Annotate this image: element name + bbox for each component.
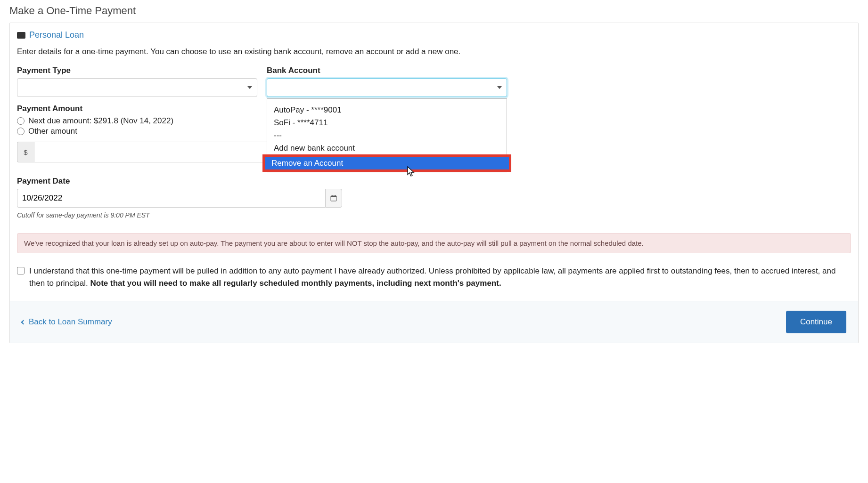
panel-header: Personal Loan: [17, 30, 851, 40]
continue-button[interactable]: Continue: [786, 311, 846, 333]
personal-loan-link[interactable]: Personal Loan: [29, 30, 84, 40]
consent-text: I understand that this one-time payment …: [29, 265, 851, 289]
chevron-left-icon: [21, 320, 26, 324]
bank-account-option[interactable]: SoFi - ****4711: [267, 116, 507, 129]
radio-other-input[interactable]: [17, 128, 25, 135]
back-link[interactable]: Back to Loan Summary: [22, 317, 112, 327]
intro-text: Enter details for a one-time payment. Yo…: [17, 47, 851, 56]
radio-next-due-input[interactable]: [17, 117, 25, 125]
calendar-button[interactable]: [325, 189, 342, 208]
payment-type-label: Payment Type: [17, 66, 257, 75]
footer-bar: Back to Loan Summary Continue: [10, 301, 858, 343]
chevron-down-icon: [247, 86, 252, 89]
back-link-label: Back to Loan Summary: [29, 317, 112, 327]
payment-type-select[interactable]: [17, 78, 257, 97]
bank-account-dropdown: AutoPay - ****9001 SoFi - ****4711 --- A…: [267, 98, 507, 172]
svg-rect-2: [332, 195, 333, 196]
calendar-icon: [330, 195, 337, 201]
amount-currency-prefix: $: [17, 142, 34, 162]
bank-account-option-remove[interactable]: Remove an Account: [265, 157, 509, 169]
consent-checkbox[interactable]: [17, 267, 25, 274]
autopay-alert: We've recognized that your loan is alrea…: [17, 233, 851, 253]
payment-date-input[interactable]: [17, 189, 325, 208]
cutoff-note: Cutoff for same-day payment is 9:00 PM E…: [17, 211, 851, 219]
page-title: Make a One-Time Payment: [9, 5, 859, 17]
annotation-highlight: Remove an Account: [262, 154, 511, 172]
bank-account-option[interactable]: ---: [267, 129, 507, 142]
payment-date-label: Payment Date: [17, 177, 851, 186]
chevron-down-icon: [497, 86, 502, 89]
radio-next-due-label: Next due amount: $291.8 (Nov 14, 2022): [28, 116, 173, 126]
consent-text-bold: Note that you will need to make all regu…: [90, 279, 501, 288]
bank-account-option[interactable]: AutoPay - ****9001: [267, 104, 507, 116]
radio-other-label: Other amount: [28, 127, 77, 136]
bank-account-option[interactable]: Add new bank account: [267, 142, 507, 154]
bank-account-label: Bank Account: [267, 66, 507, 75]
svg-rect-3: [335, 195, 336, 196]
loan-icon: [17, 32, 25, 39]
payment-panel: Personal Loan Enter details for a one-ti…: [9, 23, 859, 343]
bank-account-select[interactable]: [267, 78, 507, 97]
svg-rect-1: [331, 196, 336, 197]
